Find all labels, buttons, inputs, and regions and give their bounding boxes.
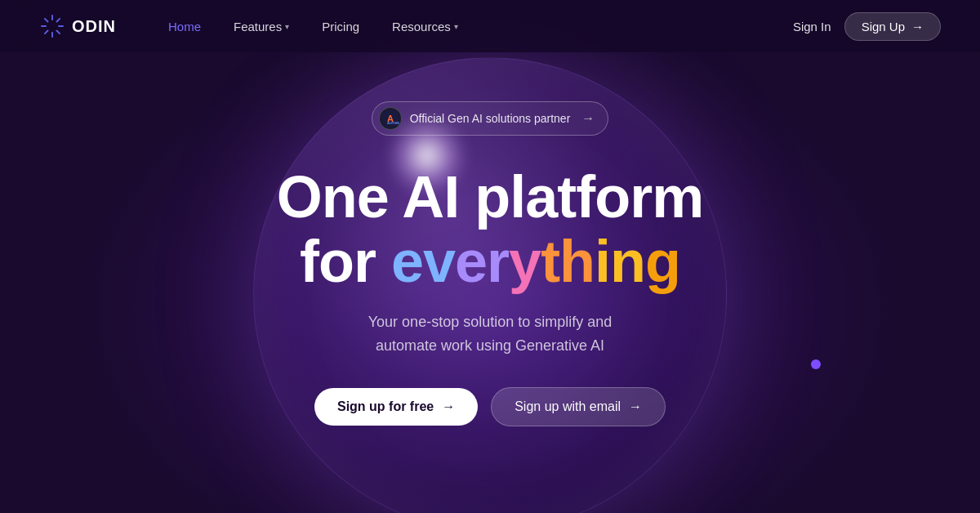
- svg-line-6: [57, 31, 60, 34]
- logo[interactable]: ODIN: [39, 13, 116, 39]
- sign-up-arrow-icon: →: [911, 20, 924, 33]
- nav-pricing[interactable]: Pricing: [309, 13, 372, 40]
- svg-line-7: [57, 19, 60, 22]
- cta-secondary-arrow-icon: →: [629, 399, 642, 414]
- nav-resources[interactable]: Resources ▾: [379, 13, 471, 40]
- features-chevron-icon: ▾: [285, 22, 289, 31]
- partner-badge-arrow-icon: →: [581, 111, 595, 126]
- navbar: ODIN Home Features ▾ Pricing Resources ▾…: [0, 0, 980, 52]
- resources-chevron-icon: ▾: [454, 22, 458, 31]
- sign-up-email-button[interactable]: Sign up with email →: [491, 387, 666, 426]
- svg-text:AUTOMATION: AUTOMATION: [387, 121, 399, 125]
- svg-point-9: [49, 23, 56, 29]
- partner-badge[interactable]: A AUTOMATION Official Gen AI solutions p…: [372, 101, 609, 136]
- partner-badge-text: Official Gen AI solutions partner: [410, 112, 571, 125]
- logo-text: ODIN: [72, 17, 116, 36]
- hero-headline: One AI platform for everything: [277, 165, 703, 294]
- sign-in-button[interactable]: Sign In: [793, 20, 831, 33]
- nav-actions: Sign In Sign Up →: [793, 12, 941, 41]
- sign-up-button[interactable]: Sign Up →: [844, 12, 941, 41]
- svg-line-5: [45, 19, 48, 22]
- headline-line2: for everything: [277, 230, 703, 294]
- automation-anywhere-icon: A AUTOMATION: [381, 109, 399, 127]
- nav-features[interactable]: Features ▾: [220, 13, 302, 40]
- cta-primary-arrow-icon: →: [442, 399, 455, 414]
- headline-everything: everything: [391, 229, 680, 294]
- nav-home[interactable]: Home: [155, 13, 214, 40]
- cta-buttons: Sign up for free → Sign up with email →: [314, 387, 666, 426]
- svg-line-8: [45, 31, 48, 34]
- hero-section: A AUTOMATION Official Gen AI solutions p…: [0, 52, 980, 426]
- logo-icon: [39, 13, 65, 39]
- hero-subtitle: Your one-stop solution to simplify and a…: [368, 310, 612, 358]
- headline-line1: One AI platform: [277, 165, 703, 230]
- sign-up-free-button[interactable]: Sign up for free →: [314, 388, 478, 426]
- partner-logo-icon: A AUTOMATION: [379, 107, 402, 130]
- nav-links: Home Features ▾ Pricing Resources ▾: [155, 13, 793, 40]
- headline-for: for: [300, 229, 391, 294]
